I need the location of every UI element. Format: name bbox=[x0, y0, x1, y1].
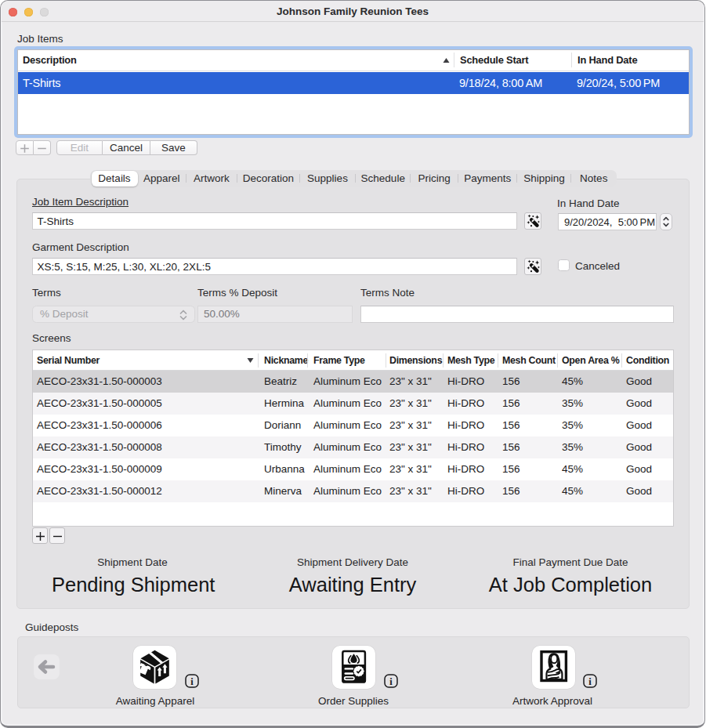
svg-text:i: i bbox=[190, 676, 194, 687]
svg-text:i: i bbox=[588, 676, 592, 687]
svg-text:i: i bbox=[389, 676, 393, 687]
